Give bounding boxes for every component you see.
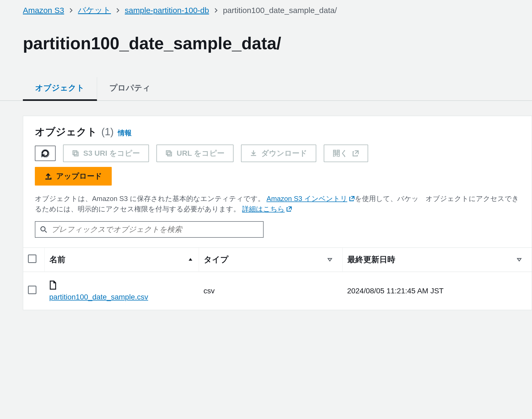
- object-name-link[interactable]: partition100_date_sample.csv: [49, 293, 182, 301]
- column-header-modified[interactable]: 最終更新日時: [342, 248, 532, 272]
- file-icon: [49, 281, 194, 290]
- select-all-checkbox[interactable]: [28, 254, 36, 263]
- cell-modified: 2024/08/05 11:21:45 AM JST: [342, 272, 532, 310]
- button-label: S3 URI をコピー: [83, 148, 140, 158]
- tab-properties[interactable]: プロパティ: [97, 77, 163, 100]
- row-checkbox[interactable]: [28, 286, 36, 294]
- panel-description: オブジェクトは、Amazon S3 に保存された基本的なエンティティです。 Am…: [35, 194, 520, 214]
- search-field[interactable]: [35, 221, 264, 238]
- sort-none-icon: [516, 257, 522, 262]
- svg-rect-1: [74, 152, 78, 156]
- tab-objects[interactable]: オブジェクト: [23, 77, 97, 101]
- column-header-type[interactable]: タイプ: [199, 248, 342, 272]
- breadcrumb-item-bucket[interactable]: sample-partition-100-db: [125, 6, 209, 15]
- object-count: (1): [101, 126, 114, 138]
- button-label: URL をコピー: [177, 148, 225, 158]
- copy-icon: [72, 150, 79, 157]
- svg-rect-0: [73, 151, 77, 155]
- chevron-right-icon: [213, 8, 219, 13]
- copy-url-button[interactable]: URL をコピー: [156, 145, 234, 162]
- refresh-button[interactable]: [35, 146, 56, 161]
- svg-rect-2: [166, 151, 170, 155]
- button-label: アップロード: [56, 171, 102, 181]
- cell-type: csv: [199, 272, 342, 310]
- breadcrumb-item-buckets[interactable]: バケット: [78, 5, 111, 16]
- info-link[interactable]: 情報: [118, 128, 132, 138]
- download-button[interactable]: ダウンロード: [241, 145, 316, 162]
- copy-s3-uri-button[interactable]: S3 URI をコピー: [63, 145, 149, 162]
- panel-heading: オブジェクト: [35, 125, 97, 139]
- chevron-right-icon: [115, 8, 120, 13]
- page-title: partition100_date_sample_data/: [0, 27, 532, 56]
- chevron-right-icon: [68, 8, 74, 13]
- table-row: partition100_date_sample.csv csv 2024/08…: [23, 272, 532, 310]
- external-link-icon: [352, 150, 359, 157]
- open-button[interactable]: 開く: [324, 145, 368, 162]
- external-link-icon: [349, 196, 355, 202]
- copy-icon: [165, 150, 172, 157]
- svg-rect-3: [168, 152, 172, 156]
- button-label: 開く: [333, 148, 348, 158]
- column-header-name[interactable]: 名前: [44, 248, 199, 272]
- search-icon: [40, 226, 47, 233]
- objects-panel: オブジェクト (1) 情報 S3 URI をコピー: [23, 116, 532, 310]
- objects-table: 名前 タイプ 最終更新日時: [23, 247, 532, 310]
- upload-icon: [44, 172, 52, 180]
- breadcrumb-item-s3[interactable]: Amazon S3: [23, 6, 64, 15]
- svg-point-4: [41, 227, 45, 231]
- refresh-icon: [41, 149, 49, 157]
- learn-more-link[interactable]: 詳細はこちら: [242, 204, 285, 214]
- download-icon: [250, 150, 257, 157]
- inventory-link[interactable]: Amazon S3 インベントリ: [267, 194, 347, 204]
- upload-button[interactable]: アップロード: [35, 167, 112, 186]
- search-input[interactable]: [51, 225, 258, 234]
- breadcrumb: Amazon S3 バケット sample-partition-100-db p…: [0, 0, 532, 16]
- external-link-icon: [286, 206, 292, 212]
- tabs: オブジェクト プロパティ: [0, 77, 532, 101]
- button-label: ダウンロード: [261, 148, 307, 158]
- sort-asc-icon: [188, 257, 193, 262]
- sort-none-icon: [327, 257, 333, 262]
- breadcrumb-item-current: partition100_date_sample_data/: [223, 6, 337, 15]
